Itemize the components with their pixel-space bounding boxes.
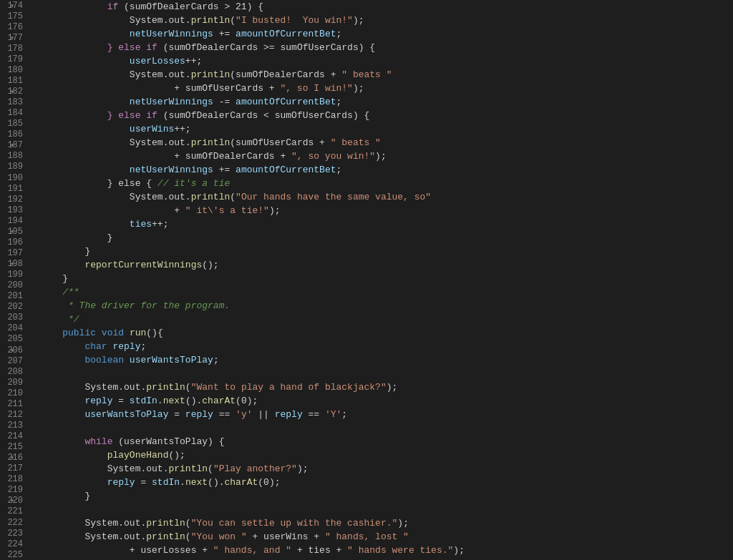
code-line: netUserWinnings += amountOfCurrentBet; [40,163,733,177]
line-number: 223 [6,528,31,539]
code-line: * The driver for the program. [40,299,733,313]
code-line: + sumOfDealerCards + ", so you win!"); [40,149,733,163]
token: = [168,408,185,421]
token [40,95,130,109]
token [40,530,84,544]
token [40,149,174,163]
token: .out. [163,14,191,27]
line-number: ▾198 [6,259,31,270]
code-line: if (sumOfDealerCards > 21) { [40,0,733,14]
token: } [40,489,90,503]
code-line: } else if (sumOfDealerCards < sumOfUserC… [40,109,733,122]
code-line: System.out.println("I busted! You win!")… [40,14,733,27]
token: reply [84,394,112,408]
token: ; [213,353,219,367]
code-line: /** [40,285,733,299]
line-number: 192 [6,194,31,205]
line-number: 183 [6,97,31,108]
token [40,177,107,190]
code-area[interactable]: ▾174175176▾177178179180181▾1821831841851… [0,0,733,560]
token [40,109,107,122]
token: netUserWinnings [130,27,213,41]
token: + userWins + [247,530,325,544]
line-number: 217 [6,463,31,474]
token [40,435,84,448]
code-line: netUserWinnings += amountOfCurrentBet; [40,27,733,41]
code-line: public void run(){ [40,326,733,340]
line-number: 204 [6,323,31,334]
token: charAt [202,394,236,408]
token: ); [375,149,387,163]
line-number: 175 [6,11,31,21]
token: // it's a tie [152,177,230,190]
token: } [40,557,68,560]
code-lines[interactable]: if (sumOfDealerCards > 21) { System.out.… [37,0,733,560]
token: (){ [146,326,162,340]
token [40,299,68,313]
code-line: } [40,231,733,245]
fold-arrow[interactable]: ▾ [7,453,14,462]
token: stdIn [130,394,157,408]
line-number: 209 [6,377,31,388]
token [40,394,84,408]
line-number: 214 [6,431,31,442]
line-number: 208 [6,366,31,377]
token: = [135,476,152,489]
token: (); [168,448,185,462]
line-number: 188 [6,151,31,162]
token: "Want to play a hand of blackjack?" [191,380,387,394]
token: ties [130,217,152,231]
token: ++; [174,122,190,136]
token [124,326,130,340]
token: " hands were ties." [347,544,453,557]
token: ", so I win!" [280,82,352,95]
token: public [62,326,96,340]
token: println [191,14,230,27]
token [40,27,130,41]
line-number: 212 [6,409,31,420]
token: ; [140,340,146,353]
line-number: ▾216 [6,453,31,463]
token [40,313,68,326]
code-line: System.out.println("You can settle up wi… [40,516,733,530]
token [40,41,107,54]
fold-arrow[interactable]: ▾ [7,260,14,268]
token: "You can settle up with the cashier." [191,516,398,530]
line-number: 221 [6,506,31,517]
token: .out. [163,136,191,149]
token [96,326,102,340]
fold-arrow[interactable]: ▾ [7,1,14,10]
fold-arrow[interactable]: ▾ [7,141,14,149]
fold-arrow[interactable]: ▾ [7,346,14,355]
line-number: 193 [6,205,31,215]
token: ; [336,163,342,177]
code-editor: ▾174175176▾177178179180181▾1821831841851… [0,0,733,560]
token [40,204,174,217]
code-line: + sumOfUserCards + ", so I win!"); [40,82,733,95]
code-line: System.out.println("Play another?"); [40,462,733,476]
token: . [180,476,185,489]
fold-arrow[interactable]: ▾ [7,34,14,42]
token: } [40,245,90,258]
token: (sumOfDealerCards < sumOfUserCards) { [157,109,369,122]
fold-arrow[interactable]: ▾ [7,87,14,96]
code-line: System.out.println("Our hands have the s… [40,190,733,204]
token: == [213,408,236,421]
fold-arrow[interactable]: ▾ [7,496,14,505]
fold-arrow[interactable]: ▾ [7,227,14,236]
token: .out. [163,190,191,204]
token: (); [202,258,218,272]
token [40,54,130,68]
token: amountOfCurrentBet [236,163,336,177]
code-line: char reply; [40,340,733,353]
token: + userLosses + [130,544,213,557]
token: ; [341,408,347,421]
token: if [107,0,119,14]
token: System [84,380,118,394]
line-number: 196 [6,237,31,247]
token: + [174,204,185,217]
line-number: 185 [6,119,31,129]
token: */ [68,313,79,326]
token: (sumOfUserCards + [230,136,330,149]
token: || [253,408,275,421]
